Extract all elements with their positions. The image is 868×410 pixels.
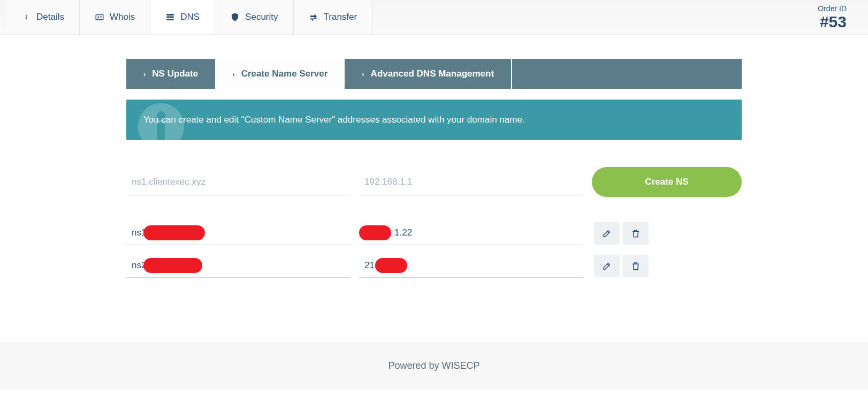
subtab-ns-update-label: NS Update	[152, 69, 198, 79]
svg-rect-7	[166, 17, 174, 18]
chevron-right-icon: ›	[143, 70, 146, 78]
ns-list: ns1 1.22 ns2 21.	[126, 221, 742, 278]
ns-row: ns2 21.	[126, 254, 742, 278]
order-info: Order ID #53	[818, 0, 847, 31]
server-icon	[165, 12, 175, 22]
ns-ip-cell: 1.22	[359, 221, 583, 245]
tab-dns[interactable]: DNS	[150, 0, 215, 34]
redaction	[143, 258, 202, 273]
redaction	[375, 258, 407, 273]
edit-icon	[602, 229, 612, 238]
trash-icon	[631, 261, 641, 271]
shield-icon	[230, 12, 240, 22]
tab-dns-label: DNS	[180, 12, 200, 22]
redaction	[143, 225, 205, 240]
svg-rect-6	[166, 14, 174, 16]
info-banner-text: You can create and edit "Custom Name Ser…	[143, 115, 525, 125]
subtab-create-ns[interactable]: › Create Name Server	[215, 59, 345, 89]
svg-rect-1	[26, 17, 27, 20]
subtab-advanced-dns[interactable]: › Advanced DNS Management	[345, 59, 511, 89]
tab-security[interactable]: Security	[215, 0, 293, 34]
svg-rect-8	[166, 19, 174, 20]
subtab-advanced-dns-label: Advanced DNS Management	[371, 69, 494, 79]
svg-rect-11	[157, 123, 165, 140]
tab-transfer[interactable]: Transfer	[294, 0, 373, 34]
tab-whois-label: Whois	[110, 12, 135, 22]
svg-rect-2	[96, 15, 103, 20]
ns-host-cell: ns1	[126, 221, 351, 245]
subtab-create-ns-label: Create Name Server	[241, 69, 328, 79]
svg-rect-4	[100, 17, 102, 17]
order-label: Order ID	[818, 4, 847, 13]
tab-security-label: Security	[245, 12, 278, 22]
tab-whois[interactable]: Whois	[80, 0, 150, 34]
chevron-right-icon: ›	[232, 70, 234, 78]
redaction	[359, 225, 391, 240]
svg-point-0	[26, 14, 27, 16]
edit-icon	[602, 261, 612, 271]
top-tabs: Details Whois DNS Security Transfer	[6, 0, 372, 34]
edit-ns-button[interactable]	[594, 255, 620, 277]
svg-point-10	[157, 111, 165, 120]
footer: Powered by WISECP	[0, 342, 868, 390]
subtab-spacer	[511, 59, 742, 89]
edit-ns-button[interactable]	[594, 222, 620, 245]
id-card-icon	[95, 12, 104, 22]
chevron-right-icon: ›	[362, 70, 364, 78]
info-bg-icon	[137, 100, 185, 140]
ns-ip-cell: 21.	[359, 254, 583, 278]
info-banner: You can create and edit "Custom Name Ser…	[126, 100, 742, 140]
tab-transfer-label: Transfer	[324, 12, 357, 22]
hostname-input[interactable]	[126, 169, 351, 195]
delete-ns-button[interactable]	[623, 222, 649, 245]
tab-details-label: Details	[36, 12, 64, 22]
sub-tabs: › NS Update › Create Name Server › Advan…	[126, 59, 742, 89]
ip-input[interactable]	[359, 169, 583, 195]
info-icon	[21, 12, 31, 22]
ns-row: ns1 1.22	[126, 221, 742, 245]
transfer-icon	[309, 12, 318, 22]
ns-ip-visible: 1.22	[394, 227, 412, 238]
tab-details[interactable]: Details	[6, 0, 80, 34]
svg-rect-5	[100, 18, 102, 18]
footer-text: Powered by WISECP	[388, 360, 479, 371]
subtab-ns-update[interactable]: › NS Update	[126, 59, 215, 89]
delete-ns-button[interactable]	[623, 255, 649, 277]
create-ns-button[interactable]: Create NS	[592, 167, 742, 197]
ns-host-cell: ns2	[126, 254, 351, 278]
create-ns-form: Create NS	[126, 167, 742, 197]
order-id: #53	[818, 13, 847, 31]
trash-icon	[631, 229, 641, 238]
svg-point-3	[97, 17, 99, 18]
